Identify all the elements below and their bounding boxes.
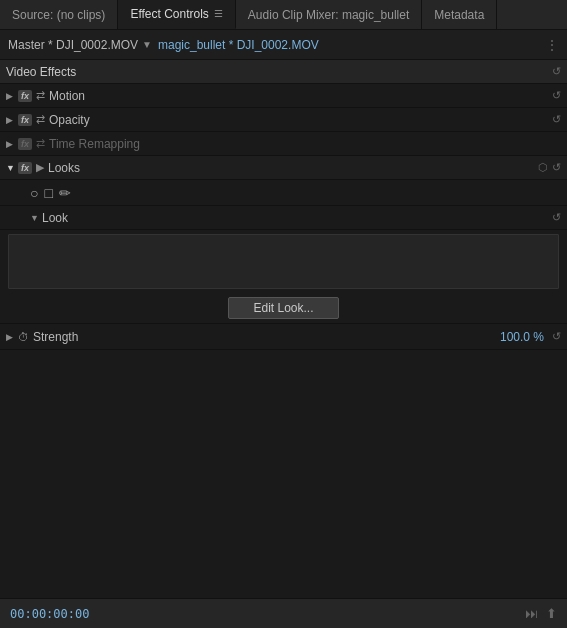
tab-bar: Source: (no clips) Effect Controls ☰ Aud… (0, 0, 567, 30)
strength-row[interactable]: ▶ ⏱ Strength 100.0 % ↺ (0, 324, 567, 350)
look-property-row[interactable]: ▼ Look ↺ (0, 206, 567, 230)
export-icon[interactable]: ⬆ (546, 606, 557, 621)
clip-label-text: magic_bullet * DJI_0002.MOV (158, 38, 319, 52)
looks-effect-name: Looks (48, 161, 538, 175)
tab-effect-controls-label: Effect Controls (130, 7, 208, 21)
time-remapping-expand[interactable]: ▶ (6, 139, 18, 149)
opacity-effect-row[interactable]: ▶ fx ⇄ Opacity ↺ (0, 108, 567, 132)
status-icons: ⏭ ⬆ (525, 606, 557, 621)
video-effects-section-header: Video Effects ↺ (0, 60, 567, 84)
section-header-left: Video Effects (6, 65, 76, 79)
looks-icon1[interactable]: ⬡ (538, 161, 548, 174)
look-preview (8, 234, 559, 289)
looks-controls: ⬡ ↺ (538, 161, 561, 174)
motion-fx-badge: fx (18, 90, 32, 102)
square-tool-btn[interactable]: □ (44, 185, 52, 201)
looks-expand[interactable]: ▼ (6, 163, 18, 173)
status-bar: 00:00:00:00 ⏭ ⬆ (0, 598, 567, 628)
panel-menu-icon[interactable]: ☰ (214, 8, 223, 19)
strength-expand[interactable]: ▶ (6, 332, 18, 342)
motion-expand[interactable]: ▶ (6, 91, 18, 101)
motion-effect-icon: ⇄ (36, 89, 45, 102)
opacity-effect-icon: ⇄ (36, 113, 45, 126)
looks-toolbar: ○ □ ✏ (0, 180, 567, 206)
panel-content: Video Effects ↺ ▶ fx ⇄ Motion ↺ ▶ fx ⇄ O… (0, 60, 567, 598)
looks-fx-badge: fx (18, 162, 32, 174)
pen-tool-btn[interactable]: ✏ (59, 185, 71, 201)
master-dropdown-arrow[interactable]: ▼ (142, 39, 152, 50)
video-effects-reset[interactable]: ↺ (552, 65, 561, 78)
look-property-name: Look (42, 211, 68, 225)
look-property-reset[interactable]: ↺ (552, 211, 561, 224)
go-to-in-icon[interactable]: ⏭ (525, 606, 538, 621)
opacity-fx-badge: fx (18, 114, 32, 126)
tab-metadata-label: Metadata (434, 8, 484, 22)
tab-metadata[interactable]: Metadata (422, 0, 497, 29)
motion-effect-name: Motion (49, 89, 552, 103)
looks-reset[interactable]: ↺ (552, 161, 561, 174)
toolbar: Master * DJI_0002.MOV ▼ magic_bullet * D… (0, 30, 567, 60)
strength-stopwatch-icon[interactable]: ⏱ (18, 331, 29, 343)
motion-effect-row[interactable]: ▶ fx ⇄ Motion ↺ (0, 84, 567, 108)
edit-look-row: Edit Look... (0, 293, 567, 324)
time-remapping-effect-icon: ⇄ (36, 137, 45, 150)
time-remapping-effect-row[interactable]: ▶ fx ⇄ Time Remapping (0, 132, 567, 156)
opacity-reset[interactable]: ↺ (552, 113, 561, 126)
tab-audio-clip-mixer[interactable]: Audio Clip Mixer: magic_bullet (236, 0, 422, 29)
tab-source[interactable]: Source: (no clips) (0, 0, 118, 29)
master-label-text: Master * DJI_0002.MOV (8, 38, 138, 52)
tab-source-label: Source: (no clips) (12, 8, 105, 22)
strength-value[interactable]: 100.0 % (500, 330, 544, 344)
tab-effect-controls[interactable]: Effect Controls ☰ (118, 0, 235, 29)
timecode: 00:00:00:00 (10, 607, 89, 621)
looks-effect-row[interactable]: ▼ fx ▶ Looks ⬡ ↺ (0, 156, 567, 180)
opacity-effect-name: Opacity (49, 113, 552, 127)
look-property-expand[interactable]: ▼ (30, 213, 42, 223)
time-remapping-effect-name: Time Remapping (49, 137, 561, 151)
opacity-expand[interactable]: ▶ (6, 115, 18, 125)
time-remapping-fx-badge: fx (18, 138, 32, 150)
motion-reset[interactable]: ↺ (552, 89, 561, 102)
strength-reset[interactable]: ↺ (552, 330, 561, 343)
circle-tool-btn[interactable]: ○ (30, 185, 38, 201)
video-effects-title: Video Effects (6, 65, 76, 79)
empty-area (0, 350, 567, 598)
panel-options[interactable]: ⋮ (545, 37, 559, 53)
tab-audio-clip-mixer-label: Audio Clip Mixer: magic_bullet (248, 8, 409, 22)
strength-label: Strength (33, 330, 78, 344)
master-clip-label: Master * DJI_0002.MOV ▼ (8, 38, 152, 52)
edit-look-button[interactable]: Edit Look... (228, 297, 338, 319)
looks-effect-icon: ▶ (36, 161, 44, 174)
